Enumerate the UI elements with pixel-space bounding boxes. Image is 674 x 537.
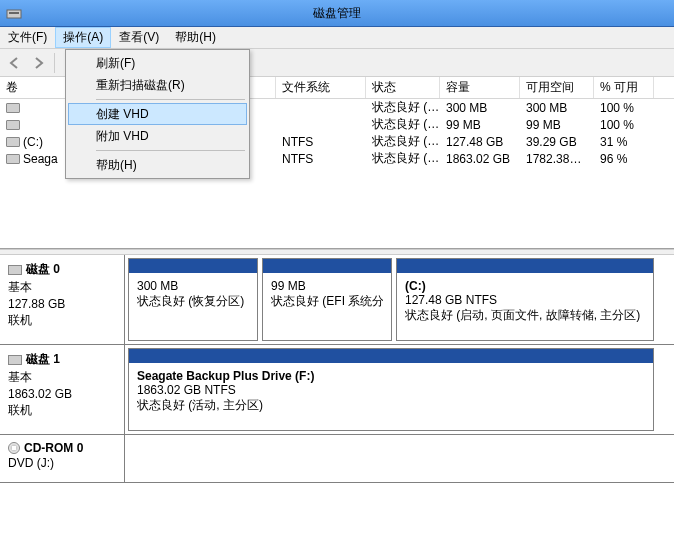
volume-icon [6,154,20,164]
window-title: 磁盘管理 [313,5,361,22]
volume-capacity: 99 MB [440,118,520,132]
volume-pct: 96 % [594,152,654,166]
partition-stripe [397,259,653,273]
volume-pct: 100 % [594,101,654,115]
svg-rect-1 [9,12,19,14]
dropdown-separator [96,150,245,151]
volume-capacity: 1863.02 GB [440,152,520,166]
disk-icon [8,265,22,275]
partition-size: 127.48 GB NTFS [405,293,645,307]
partition-label: (C:) [405,279,645,293]
dropdown-refresh[interactable]: 刷新(F) [68,52,247,74]
volume-status: 状态良好 (… [366,150,440,167]
partition-stripe [129,259,257,273]
partition[interactable]: 300 MB状态良好 (恢复分区) [128,258,258,341]
menu-help[interactable]: 帮助(H) [167,27,224,48]
partition-status: 状态良好 (活动, 主分区) [137,397,645,414]
partition[interactable]: 99 MB状态良好 (EFI 系统分 [262,258,392,341]
cdrom-partitions [125,435,674,482]
nav-forward-button[interactable] [28,52,50,74]
volume-free: 99 MB [520,118,594,132]
volume-pct: 31 % [594,135,654,149]
disk-name: 磁盘 1 [26,351,60,368]
action-dropdown: 刷新(F) 重新扫描磁盘(R) 创建 VHD 附加 VHD 帮助(H) [65,49,250,179]
col-filesystem[interactable]: 文件系统 [276,77,366,98]
titlebar: 磁盘管理 [0,0,674,27]
disk-status: 联机 [8,312,116,329]
volume-fs: NTFS [276,135,366,149]
volume-free: 1782.38… [520,152,594,166]
volume-icon [6,137,20,147]
volume-name: Seaga [23,152,58,166]
dropdown-attach-vhd[interactable]: 附加 VHD [68,125,247,147]
partition-size: 300 MB [137,279,249,293]
toolbar-separator [54,53,55,73]
col-capacity[interactable]: 容量 [440,77,520,98]
volume-capacity: 127.48 GB [440,135,520,149]
disk-info: 磁盘 1基本1863.02 GB联机 [0,345,125,434]
disk-icon [8,355,22,365]
volume-icon [6,120,20,130]
partition-stripe [129,349,653,363]
dropdown-help[interactable]: 帮助(H) [68,154,247,176]
cdrom-name: CD-ROM 0 [24,441,83,455]
volume-free: 300 MB [520,101,594,115]
partition[interactable]: Seagate Backup Plus Drive (F:)1863.02 GB… [128,348,654,431]
menubar: 文件(F) 操作(A) 查看(V) 帮助(H) [0,27,674,49]
partition-stripe [263,259,391,273]
volume-icon [6,103,20,113]
disk-status: 联机 [8,402,116,419]
volume-status: 状态良好 (… [366,99,440,116]
cdrom-row[interactable]: CD-ROM 0 DVD (J:) [0,435,674,483]
volume-capacity: 300 MB [440,101,520,115]
disk-type: 基本 [8,369,116,386]
volume-status: 状态良好 (… [366,133,440,150]
menu-action[interactable]: 操作(A) [55,27,111,48]
volume-free: 39.29 GB [520,135,594,149]
volume-fs: NTFS [276,152,366,166]
partition-status: 状态良好 (EFI 系统分 [271,293,383,310]
dropdown-separator [96,99,245,100]
partition-status: 状态良好 (恢复分区) [137,293,249,310]
disk-info: 磁盘 0基本127.88 GB联机 [0,255,125,344]
partitions-container: Seagate Backup Plus Drive (F:)1863.02 GB… [125,345,674,434]
partition-status: 状态良好 (启动, 页面文件, 故障转储, 主分区) [405,307,645,324]
dropdown-rescan[interactable]: 重新扫描磁盘(R) [68,74,247,96]
col-free[interactable]: 可用空间 [520,77,594,98]
disk-size: 1863.02 GB [8,387,116,401]
disk-type: 基本 [8,279,116,296]
menu-view[interactable]: 查看(V) [111,27,167,48]
dropdown-create-vhd[interactable]: 创建 VHD [68,103,247,125]
disk-row: 磁盘 1基本1863.02 GB联机Seagate Backup Plus Dr… [0,345,674,435]
cdrom-icon [8,442,20,454]
disk-row: 磁盘 0基本127.88 GB联机300 MB状态良好 (恢复分区)99 MB状… [0,255,674,345]
menu-file[interactable]: 文件(F) [0,27,55,48]
disk-map-pane: 磁盘 0基本127.88 GB联机300 MB状态良好 (恢复分区)99 MB状… [0,255,674,483]
col-pct[interactable]: % 可用 [594,77,654,98]
partition-size: 1863.02 GB NTFS [137,383,645,397]
partition-size: 99 MB [271,279,383,293]
disk-mgmt-icon [6,5,22,21]
nav-back-button[interactable] [4,52,26,74]
volume-pct: 100 % [594,118,654,132]
cdrom-line: DVD (J:) [8,456,116,470]
disk-size: 127.88 GB [8,297,116,311]
partitions-container: 300 MB状态良好 (恢复分区)99 MB状态良好 (EFI 系统分(C:)1… [125,255,674,344]
cdrom-info: CD-ROM 0 DVD (J:) [0,435,125,482]
partition-label: Seagate Backup Plus Drive (F:) [137,369,645,383]
col-status[interactable]: 状态 [366,77,440,98]
volume-status: 状态良好 (… [366,116,440,133]
disk-name: 磁盘 0 [26,261,60,278]
partition[interactable]: (C:)127.48 GB NTFS状态良好 (启动, 页面文件, 故障转储, … [396,258,654,341]
volume-name: (C:) [23,135,43,149]
